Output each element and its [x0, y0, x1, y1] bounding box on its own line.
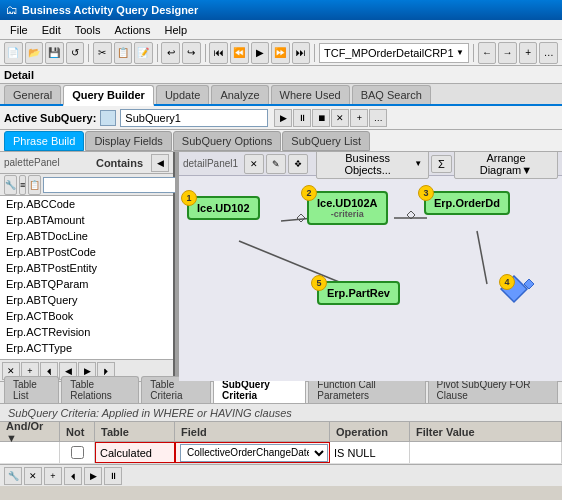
toolbar-copy-btn[interactable]: 📋 [114, 42, 133, 64]
table-node-5[interactable]: 5 Erp.PartRev [317, 281, 400, 305]
list-item[interactable]: Erp.ACTType [0, 340, 173, 356]
svg-marker-1 [297, 214, 305, 222]
subquery-add-btn[interactable]: + [350, 109, 368, 127]
node-label-3: Erp.OrderDd [434, 197, 500, 209]
list-item[interactable]: Erp.ABTPostEntity [0, 260, 173, 276]
svg-marker-3 [407, 211, 415, 219]
table-node-2[interactable]: 2 Ice.UD102A -criteria [307, 191, 388, 225]
node-number-5: 5 [311, 275, 327, 291]
menu-file[interactable]: File [4, 22, 34, 38]
diagram-join-btn[interactable]: ❖ [288, 154, 308, 174]
toolbar-forward-btn[interactable]: → [498, 42, 517, 64]
list-item[interactable]: Erp.ABTAmount [0, 212, 173, 228]
tab-query-builder[interactable]: Query Builder [63, 85, 154, 106]
query-dropdown[interactable]: TCF_MPOrderDetailCRP1 ▼ [319, 43, 469, 63]
not-checkbox[interactable] [71, 446, 84, 459]
col-operation: Operation [330, 422, 410, 441]
toolbar-redo-btn[interactable]: ↪ [182, 42, 201, 64]
col-and-or[interactable]: And/Or ▼ [0, 422, 60, 441]
toolbar-prev-btn[interactable]: ⏪ [230, 42, 249, 64]
toolbar-save-btn[interactable]: 💾 [45, 42, 64, 64]
bottom-footer-icon-btn[interactable]: 🔧 [4, 467, 22, 485]
col-filter-value: Filter Value [410, 422, 562, 441]
bottom-footer-play-btn[interactable]: ⏸ [104, 467, 122, 485]
sub-tab-phrase-build[interactable]: Phrase Build [4, 131, 84, 151]
palette-tool-btn-1[interactable]: 🔧 [4, 175, 17, 195]
menu-actions[interactable]: Actions [108, 22, 156, 38]
palette-tool-btn-2[interactable]: ≡ [19, 175, 26, 195]
tab-baq-search[interactable]: BAQ Search [352, 85, 431, 104]
subquery-pause-btn[interactable]: ⏸ [293, 109, 311, 127]
subquery-more-btn[interactable]: … [369, 109, 387, 127]
field-dropdown[interactable]: CollectiveOrderChangeDate [180, 444, 328, 462]
chevron-down-icon: ▼ [456, 48, 464, 57]
toolbar-first-btn[interactable]: ⏮ [209, 42, 228, 64]
palette-tool-btn-3[interactable]: 📋 [28, 175, 41, 195]
tab-update[interactable]: Update [156, 85, 209, 104]
bottom-footer-add-btn[interactable]: + [44, 467, 62, 485]
list-item[interactable]: Erp.ABTQuery [0, 292, 173, 308]
table-row: Calculated CollectiveOrderChangeDate IS … [0, 442, 562, 464]
sub-tab-display-fields[interactable]: Display Fields [85, 131, 171, 151]
table-node-1[interactable]: 1 Ice.UD102 [187, 196, 260, 220]
list-item[interactable]: Erp.ABTPostCode [0, 244, 173, 260]
toolbar-more-btn[interactable]: … [539, 42, 558, 64]
table-node-3[interactable]: 3 Erp.OrderDd [424, 191, 510, 215]
subquery-delete-btn[interactable]: ✕ [331, 109, 349, 127]
sigma-btn[interactable]: Σ [431, 155, 452, 173]
toolbar-play-btn[interactable]: ▶ [251, 42, 270, 64]
query-dropdown-value: TCF_MPOrderDetailCRP1 [324, 47, 454, 59]
list-item[interactable]: Erp.ABCCode [0, 196, 173, 212]
diagram-edit-btn[interactable]: ✎ [266, 154, 286, 174]
menu-edit[interactable]: Edit [36, 22, 67, 38]
table-search-input[interactable] [43, 177, 176, 193]
title-text: Business Activity Query Designer [22, 4, 198, 16]
arrange-diagram-btn[interactable]: Arrange Diagram▼ [454, 152, 558, 179]
subquery-stop-btn[interactable]: ⏹ [312, 109, 330, 127]
bottom-tab-table-relations[interactable]: Table Relations [61, 376, 139, 403]
bottom-tab-table-list[interactable]: Table List [4, 376, 59, 403]
toolbar-add-btn[interactable]: + [519, 42, 538, 64]
tab-where-used[interactable]: Where Used [271, 85, 350, 104]
bottom-footer-next-btn[interactable]: ▶ [84, 467, 102, 485]
bottom-tabs-strip: Table List Table Relations Table Criteri… [0, 382, 562, 404]
list-item[interactable]: Erp.ACTRevision [0, 324, 173, 340]
toolbar-undo-btn[interactable]: ↩ [161, 42, 180, 64]
business-objects-btn[interactable]: Business Objects... ▼ [316, 152, 429, 179]
table-list: Erp.ABCCode Erp.ABTAmount Erp.ABTDocLine… [0, 196, 173, 359]
left-panel-collapse-btn[interactable]: ◀ [151, 154, 169, 172]
title-bar: 🗂 Business Activity Query Designer [0, 0, 562, 20]
menu-help[interactable]: Help [158, 22, 193, 38]
toolbar-open-btn[interactable]: 📂 [25, 42, 44, 64]
cell-operation: IS NULL [330, 442, 410, 463]
cell-not[interactable] [60, 442, 95, 463]
toolbar-cut-btn[interactable]: ✂ [93, 42, 112, 64]
toolbar-paste-btn[interactable]: 📝 [134, 42, 153, 64]
subquery-play-btn[interactable]: ▶ [274, 109, 292, 127]
tab-analyze[interactable]: Analyze [211, 85, 268, 104]
list-item[interactable]: Erp.ABTDocLine [0, 228, 173, 244]
toolbar-refresh-btn[interactable]: ↺ [66, 42, 85, 64]
toolbar-sep-1 [88, 44, 89, 62]
toolbar-sep-4 [314, 44, 315, 62]
table-node-4[interactable]: 4 [499, 274, 529, 304]
arrange-diagram-label: Arrange Diagram▼ [461, 152, 551, 176]
detail-text: Detail [4, 69, 34, 81]
cell-field[interactable]: CollectiveOrderChangeDate [175, 442, 330, 463]
toolbar-last-btn[interactable]: ⏭ [292, 42, 311, 64]
list-item[interactable]: Erp.ACTBook [0, 308, 173, 324]
sub-tab-subquery-list[interactable]: SubQuery List [282, 131, 370, 151]
toolbar-back-btn[interactable]: ← [478, 42, 497, 64]
app-icon: 🗂 [6, 3, 18, 17]
node-number-1: 1 [181, 190, 197, 206]
subquery-name-input[interactable] [120, 109, 268, 127]
toolbar-next-btn[interactable]: ⏩ [271, 42, 290, 64]
list-item[interactable]: Erp.ABTQParam [0, 276, 173, 292]
sub-tab-subquery-options[interactable]: SubQuery Options [173, 131, 282, 151]
menu-tools[interactable]: Tools [69, 22, 107, 38]
bottom-footer-first-btn[interactable]: ⏴ [64, 467, 82, 485]
diagram-delete-btn[interactable]: ✕ [244, 154, 264, 174]
tab-general[interactable]: General [4, 85, 61, 104]
toolbar-new-btn[interactable]: 📄 [4, 42, 23, 64]
bottom-footer-delete-btn[interactable]: ✕ [24, 467, 42, 485]
